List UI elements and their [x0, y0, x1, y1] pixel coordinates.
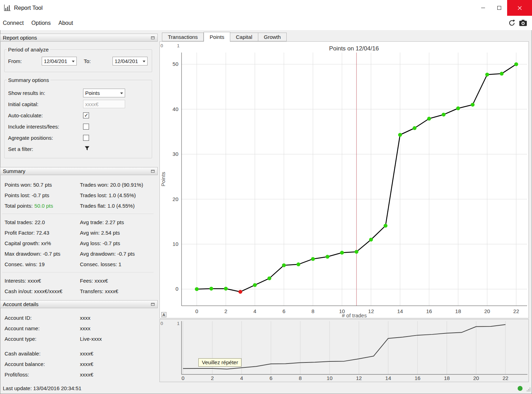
tab-points[interactable]: Points — [204, 32, 230, 42]
svg-text:4: 4 — [253, 308, 256, 314]
refresh-icon[interactable] — [508, 19, 516, 28]
svg-text:50: 50 — [172, 61, 178, 67]
tab-capital[interactable]: Capital — [230, 33, 258, 41]
summary-stat: Consec. losses: 1 — [80, 261, 158, 267]
to-label: To: — [84, 58, 112, 64]
summary-panel: Summary Points won: 50.7 pts Trades won:… — [0, 167, 158, 296]
svg-text:20: 20 — [473, 375, 479, 381]
summary-stat: Avg drawdown: -0.7 pts — [80, 251, 158, 257]
screenshot-camera-icon[interactable] — [519, 20, 527, 27]
panel-title: Report options — [3, 35, 37, 41]
svg-text:6: 6 — [282, 308, 285, 314]
overview-chart[interactable]: 0 1 0246810121416182022 Veuillez répéter — [159, 319, 529, 382]
last-update-text: Last update: 13/04/2016 20:34:51 — [3, 382, 81, 394]
set-filter-label: Set a filter: — [8, 146, 83, 152]
svg-text:16: 16 — [426, 308, 432, 314]
account-label: Account balance: — [5, 361, 80, 367]
account-value: xxxx€ — [80, 372, 158, 378]
from-date-value: 12/04/201 — [44, 58, 67, 64]
summary-stat: Cash in/out: xxxx€/xxxx€ — [5, 288, 80, 294]
svg-text:6: 6 — [270, 375, 272, 381]
points-chart[interactable]: 0 1 Points on 12/04/16 02468101214161820… — [159, 41, 529, 318]
svg-text:22: 22 — [503, 375, 509, 381]
close-button[interactable] — [507, 0, 532, 16]
account-row: Profit/loss: xxxx€ — [0, 369, 158, 380]
svg-text:Points: Points — [160, 172, 166, 187]
summary-stat: Profit Factor: 72.43 — [5, 230, 80, 236]
divider — [2, 272, 154, 272]
period-group: Period of analyze From: 12/04/201 To: 12… — [4, 47, 152, 72]
summary-stat: Fees: xxxx€ — [80, 278, 158, 284]
account-label: Cash available: — [5, 351, 80, 357]
summary-row: Cash in/out: xxxx€/xxxx€ Transfers: xxxx… — [0, 286, 158, 296]
summary-stat: Trades flat: 1.0 (4.55%) — [80, 203, 158, 209]
account-label: Account ID: — [5, 315, 80, 321]
summary-row: Capital growth: xx% Avg loss: -0.7 pts — [0, 238, 158, 248]
svg-text:20: 20 — [484, 308, 490, 314]
svg-text:4: 4 — [240, 375, 243, 381]
include-fees-checkbox[interactable] — [83, 124, 89, 130]
show-results-value: Points — [85, 90, 100, 96]
svg-text:14: 14 — [385, 375, 391, 381]
close-icon — [518, 6, 522, 10]
from-date-select[interactable]: 12/04/201 — [42, 57, 77, 65]
include-fees-label: Include interests/fees: — [8, 124, 83, 130]
account-details-header: Account details — [0, 300, 158, 308]
summary-row: Total trades: 22.0 Avg trade: 2.27 pts — [0, 217, 158, 227]
minimize-button[interactable] — [475, 0, 491, 16]
initial-capital-label: Initial capital: — [8, 101, 83, 107]
menu-about[interactable]: About — [55, 16, 77, 30]
aggregate-positions-label: Agregate positions: — [8, 135, 83, 141]
resize-grip[interactable] — [526, 387, 531, 393]
undock-panel-icon[interactable] — [151, 35, 155, 41]
summary-stat: Consec. wins: 19 — [5, 261, 80, 267]
total-points-value: 50.0 pts — [34, 203, 53, 209]
total-points-label: Total points: — [5, 203, 33, 209]
maximize-button[interactable] — [491, 0, 507, 16]
menu-connect[interactable]: Connect — [3, 16, 28, 30]
account-value: xxxx — [80, 315, 158, 321]
summary-row: Points won: 50.7 pts Trades won: 20.0 (9… — [0, 179, 158, 190]
summary-stat: Capital growth: xx% — [5, 240, 80, 246]
svg-text:22: 22 — [513, 308, 519, 314]
summary-row: Consec. wins: 19 Consec. losses: 1 — [0, 259, 158, 269]
auto-calculate-checkbox[interactable] — [83, 112, 89, 118]
summary-stat: Trades won: 20.0 (90.91%) — [80, 182, 158, 188]
aggregate-positions-checkbox[interactable] — [83, 135, 89, 141]
account-label: Account name: — [5, 325, 80, 331]
summary-header: Summary — [0, 167, 158, 175]
svg-text:16: 16 — [415, 375, 421, 381]
account-row: Account name: xxxx — [0, 323, 158, 333]
account-row: Account ID: xxxx — [0, 312, 158, 323]
show-results-select[interactable]: Points — [83, 89, 125, 97]
summary-stat: Transfers: xxxx€ — [80, 288, 158, 294]
menu-options[interactable]: Options — [28, 16, 55, 30]
tab-transactions[interactable]: Transactions — [162, 33, 204, 41]
svg-text:0: 0 — [176, 286, 178, 292]
chevron-down-icon — [143, 61, 145, 64]
svg-text:0: 0 — [182, 375, 184, 381]
undock-panel-icon[interactable] — [151, 168, 155, 174]
autoscale-button[interactable]: A — [161, 312, 166, 317]
chevron-down-icon — [120, 92, 123, 96]
filter-funnel-icon[interactable] — [84, 146, 90, 152]
summary-row: Max drawdown: -0.7 pts Avg drawdown: -0.… — [0, 248, 158, 259]
points-plot[interactable]: 024681012141618202201020304050Points# of… — [160, 42, 528, 318]
window-title: Report Tool — [14, 0, 43, 16]
to-date-select[interactable]: 12/04/201 — [112, 57, 148, 65]
period-group-title: Period of analyze — [7, 47, 50, 53]
summary-row: Points lost: -0.7 pts Trades lost: 1.0 (… — [0, 190, 158, 200]
account-row: Account type: Live-xxxx — [0, 333, 158, 344]
svg-text:8: 8 — [312, 308, 314, 314]
account-label: Account type: — [5, 336, 80, 342]
summary-stat: Points won: 50.7 pts — [5, 182, 80, 188]
initial-capital-input[interactable] — [83, 100, 125, 108]
menu-bar: Connect Options About — [0, 16, 532, 30]
minimize-icon — [481, 8, 485, 8]
overview-plot[interactable]: 0246810121416182022 — [160, 319, 528, 382]
account-details-panel: Account details Account ID: xxxx Account… — [0, 300, 158, 380]
tab-growth[interactable]: Growth — [258, 33, 287, 41]
app-window: Report Tool Connect Options About — [0, 0, 532, 394]
svg-text:30: 30 — [172, 151, 178, 157]
undock-panel-icon[interactable] — [151, 301, 155, 307]
